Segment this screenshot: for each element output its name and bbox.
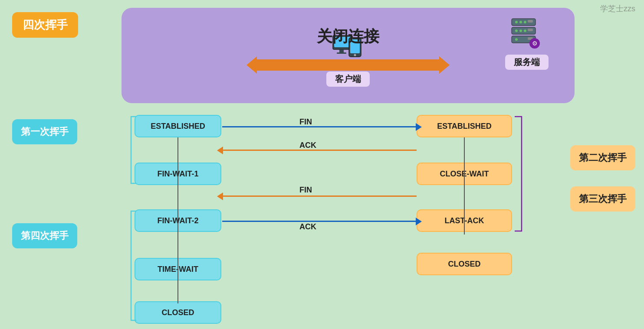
fin-arrow-2: [222, 195, 417, 197]
svg-point-15: [524, 29, 526, 32]
four-handshake-badge: 四次挥手: [12, 12, 78, 38]
server-closed: CLOSED: [417, 253, 512, 275]
svg-point-9: [519, 21, 522, 23]
server-box: ⚙ 服务端: [505, 16, 549, 70]
watermark: 学芝士zzs: [600, 3, 635, 14]
handshake1-label: 第一次挥手: [12, 119, 77, 144]
client-vline-1: [177, 137, 178, 232]
ack-arrow-1: [222, 150, 417, 151]
ack-label-2: ACK: [299, 222, 316, 231]
server-icon: ⚙: [509, 16, 544, 51]
svg-text:⚙: ⚙: [532, 40, 538, 47]
handshake2-label: 第二次挥手: [570, 145, 635, 170]
svg-point-13: [515, 29, 518, 32]
top-section: 客户端 关闭连接: [122, 8, 575, 103]
fin-label-2: FIN: [299, 186, 312, 195]
fin-label-1: FIN: [299, 117, 312, 127]
right-bracket-23: [513, 115, 526, 233]
svg-point-14: [519, 29, 522, 32]
handshake3-label: 第三次挥手: [570, 186, 635, 212]
svg-rect-3: [337, 52, 346, 54]
client-vline-2: [177, 232, 178, 303]
server-vline-1: [464, 137, 465, 188]
fin-arrow-1: [222, 126, 417, 127]
connection-arrow: [256, 55, 440, 75]
client-established: ESTABLISHED: [135, 115, 221, 137]
connection-label: 关闭连接: [317, 26, 379, 47]
left-bracket-1: [128, 115, 137, 185]
svg-rect-11: [528, 20, 533, 23]
server-label: 服务端: [505, 55, 549, 70]
diagram-section: 第一次挥手 第四次挥手 第二次挥手 第三次挥手 ESTABLISHED FIN-…: [0, 111, 644, 329]
client-closed: CLOSED: [135, 301, 221, 324]
svg-point-18: [515, 38, 518, 41]
ack-arrow-2: [222, 221, 417, 222]
handshake4-label: 第四次挥手: [12, 223, 77, 248]
svg-point-10: [524, 21, 526, 23]
left-bracket-4: [128, 209, 137, 322]
svg-rect-16: [528, 29, 533, 31]
server-established: ESTABLISHED: [417, 115, 512, 137]
ack-label-1: ACK: [299, 141, 316, 150]
svg-rect-2: [339, 49, 344, 53]
server-vline-2: [464, 185, 465, 235]
svg-point-8: [515, 21, 518, 23]
